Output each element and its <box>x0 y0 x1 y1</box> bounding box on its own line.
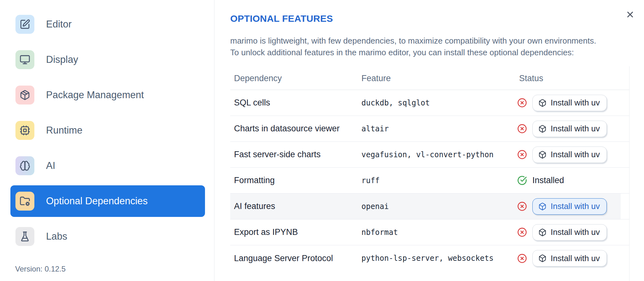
cpu-icon <box>20 125 30 136</box>
monitor-icon-chip <box>15 50 34 69</box>
sidebar-item-runtime[interactable]: Runtime <box>10 115 205 146</box>
dependency-cell: Formatting <box>230 176 358 185</box>
install-button-label: Install with uv <box>551 254 600 263</box>
flask-icon-chip <box>15 227 34 246</box>
table-body: SQL cellsduckdb, sqlglotInstall with uvC… <box>230 90 629 271</box>
status-cell: Installed <box>515 176 629 185</box>
install-button-label: Install with uv <box>551 98 600 108</box>
feature-cell: vegafusion, vl-convert-python <box>358 150 515 159</box>
status-cell: Install with uv <box>515 146 629 163</box>
sidebar-item-label: Editor <box>46 19 72 30</box>
package-box-icon <box>538 254 547 262</box>
install-with-uv-button[interactable]: Install with uv <box>532 224 607 241</box>
status-missing-icon <box>517 227 527 237</box>
settings-sidebar: EditorDisplayPackage ManagementRuntimeAI… <box>0 0 214 281</box>
install-with-uv-button[interactable]: Install with uv <box>532 95 607 111</box>
status-cell: Install with uv <box>515 95 629 111</box>
x-icon <box>625 10 635 19</box>
circle-x-icon <box>517 150 527 159</box>
status-missing-icon <box>517 124 527 134</box>
status-missing-icon <box>517 201 527 211</box>
sidebar-item-display[interactable]: Display <box>10 44 205 75</box>
package-box-icon <box>538 228 547 236</box>
dependency-cell: AI features <box>230 201 358 211</box>
install-button-label: Install with uv <box>551 124 600 134</box>
package-icon-chip <box>15 86 34 105</box>
circle-check-icon <box>517 176 527 185</box>
install-with-uv-button[interactable]: Install with uv <box>532 198 607 215</box>
install-button-label: Install with uv <box>551 201 600 211</box>
install-with-uv-button[interactable]: Install with uv <box>532 121 607 137</box>
sidebar-nav: EditorDisplayPackage ManagementRuntimeAI… <box>10 9 205 252</box>
feature-cell: openai <box>358 202 515 211</box>
optional-features-panel: OPTIONAL FEATURES marimo is lightweight,… <box>215 0 644 281</box>
package-box-icon <box>538 151 547 159</box>
description-line: marimo is lightweight, with few dependen… <box>230 35 596 47</box>
table-row: Language Server Protocolpython-lsp-serve… <box>230 245 629 271</box>
circle-x-icon <box>517 227 527 237</box>
status-cell: Install with uv <box>515 198 629 215</box>
feature-cell: python-lsp-server, websockets <box>358 254 515 263</box>
install-button-label: Install with uv <box>551 227 600 237</box>
dependency-cell: Language Server Protocol <box>230 254 358 263</box>
status-missing-icon <box>517 98 527 108</box>
sidebar-item-ai[interactable]: AI <box>10 150 205 182</box>
status-missing-icon <box>517 150 527 159</box>
package-icon <box>20 90 30 100</box>
folder-cog-icon <box>20 196 30 206</box>
circle-x-icon <box>517 98 527 108</box>
status-cell: Install with uv <box>515 224 629 241</box>
flask-icon <box>20 231 30 242</box>
sidebar-item-editor[interactable]: Editor <box>10 9 205 40</box>
feature-cell: nbformat <box>358 228 515 237</box>
version-label: Version: 0.12.5 <box>15 265 66 273</box>
settings-dialog: EditorDisplayPackage ManagementRuntimeAI… <box>0 0 644 281</box>
circle-x-icon <box>517 124 527 134</box>
table-row: Charts in datasource vieweraltairInstall… <box>230 116 629 142</box>
install-with-uv-button[interactable]: Install with uv <box>532 146 607 163</box>
description-line: To unlock additional features in the mar… <box>230 47 596 58</box>
sidebar-item-label: Runtime <box>46 125 82 136</box>
table-row: Export as IPYNBnbformatInstall with uv <box>230 219 629 245</box>
column-header-feature: Feature <box>358 68 515 90</box>
table-row: FormattingruffInstalled <box>230 168 629 194</box>
feature-cell: ruff <box>358 176 515 185</box>
package-box-icon <box>538 99 547 107</box>
install-button-label: Install with uv <box>551 150 600 159</box>
sidebar-item-label: Labs <box>46 231 67 242</box>
folder-cog-icon-chip <box>15 192 34 211</box>
feature-cell: duckdb, sqlglot <box>358 99 515 107</box>
status-cell: Install with uv <box>515 250 629 266</box>
circle-x-icon <box>517 254 527 263</box>
dependency-cell: SQL cells <box>230 98 358 108</box>
square-pen-icon-chip <box>15 15 34 34</box>
cpu-icon-chip <box>15 121 34 140</box>
table-row: AI featuresopenaiInstall with uv <box>230 194 629 219</box>
feature-cell: altair <box>358 124 515 133</box>
monitor-icon <box>20 54 30 65</box>
table-row: Fast server-side chartsvegafusion, vl-co… <box>230 142 629 168</box>
status-cell: Install with uv <box>515 121 629 137</box>
scrollbar-track[interactable] <box>629 66 629 281</box>
page-title: OPTIONAL FEATURES <box>230 13 333 24</box>
package-box-icon <box>538 202 547 211</box>
dependency-cell: Fast server-side charts <box>230 150 358 159</box>
sidebar-item-package-management[interactable]: Package Management <box>10 79 205 111</box>
sidebar-item-label: Package Management <box>46 89 144 101</box>
dependency-cell: Export as IPYNB <box>230 227 358 237</box>
dependency-cell: Charts in datasource viewer <box>230 124 358 134</box>
install-with-uv-button[interactable]: Install with uv <box>532 250 607 266</box>
column-header-status: Status <box>515 68 629 90</box>
sidebar-item-labs[interactable]: Labs <box>10 221 205 252</box>
sidebar-item-optional-dependencies[interactable]: Optional Dependencies <box>10 185 205 217</box>
status-missing-icon <box>517 254 527 263</box>
brain-icon-chip <box>15 156 34 175</box>
panel-description: marimo is lightweight, with few dependen… <box>230 35 596 58</box>
square-pen-icon <box>20 19 30 30</box>
package-box-icon <box>538 125 547 133</box>
close-button[interactable] <box>623 8 637 21</box>
sidebar-item-label: Optional Dependencies <box>46 195 148 207</box>
circle-x-icon <box>517 201 527 211</box>
column-header-dependency: Dependency <box>230 68 358 90</box>
table-row: SQL cellsduckdb, sqlglotInstall with uv <box>230 90 629 116</box>
